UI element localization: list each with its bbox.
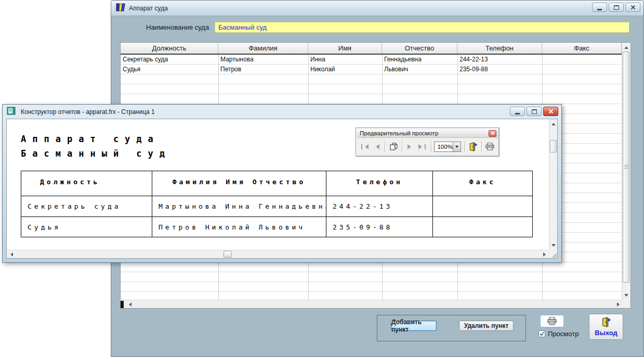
cell-fax[interactable] [542, 55, 622, 64]
preview-checkbox-row[interactable]: Просмотр [538, 330, 579, 338]
cell-firstname[interactable]: Николай [308, 65, 382, 74]
print-button[interactable] [540, 315, 564, 327]
cell-surname[interactable]: Мартынова [218, 55, 308, 64]
cell-position[interactable]: Судья [121, 65, 218, 74]
scroll-left-button[interactable] [127, 302, 133, 307]
check-icon [539, 331, 545, 337]
minimize-icon [515, 113, 520, 114]
report-window-controls [510, 107, 558, 116]
scroll-up-button[interactable] [622, 43, 630, 51]
report-preview-window: Конструктор отчетов - apparat.frx - Стра… [2, 104, 562, 263]
resize-grip[interactable] [549, 250, 557, 258]
report-icon [7, 107, 16, 117]
main-window-titlebar[interactable]: Аппарат суда [111, 1, 643, 16]
printer-icon [547, 317, 557, 326]
resize-grip-icon [551, 252, 557, 258]
minimize-icon [597, 9, 602, 10]
column-header-position: Должность [121, 43, 218, 54]
cell-fax[interactable] [542, 65, 622, 74]
exit-button-label: Выход [595, 329, 617, 337]
report-cell: Петров Николай Львович [152, 217, 326, 237]
report-horizontal-scrollbar[interactable] [7, 250, 549, 258]
toolbar-separator [402, 141, 402, 152]
staff-grid-header: Должность Фамилия Имя Отчество Телефон Ф… [121, 43, 622, 55]
table-row[interactable]: Секретарь суда Мартынова Инна Геннадьевн… [121, 55, 622, 65]
close-button[interactable] [543, 107, 558, 116]
go-to-page-button[interactable] [388, 141, 399, 152]
column-header-patronymic: Отчество [382, 43, 457, 54]
cell-phone[interactable]: 244-22-13 [457, 55, 542, 64]
scroll-right-button[interactable] [616, 302, 622, 307]
add-item-button[interactable]: Добавить пункт [391, 321, 437, 331]
report-cell: Секретарь суда [21, 196, 152, 216]
exit-door-icon [601, 317, 611, 327]
report-cell: Мартынова Инна Геннадьевна [152, 196, 326, 216]
arrow-down-icon [551, 244, 556, 249]
table-row[interactable]: Судья Петров Николай Львович 235-09-88 [121, 65, 622, 74]
maximize-button[interactable] [609, 3, 624, 12]
delete-item-button[interactable]: Удалить пункт [459, 321, 514, 331]
preview-toolbar-buttons: 100% [357, 138, 498, 155]
report-column-phone: Телефон [326, 171, 433, 196]
record-marker [121, 301, 124, 308]
report-table-row: Судья Петров Николай Львович 235-09-88 [21, 217, 532, 237]
restore-button[interactable] [527, 107, 542, 116]
scrollbar-thumb[interactable] [550, 140, 557, 152]
pages-icon [389, 143, 398, 151]
preview-close-button[interactable] [489, 130, 496, 137]
scroll-right-button[interactable] [541, 250, 549, 258]
exit-door-icon [468, 142, 478, 151]
scrollbar-thumb[interactable] [623, 52, 629, 283]
report-table: Должность Фамилия Имя Отчество Телефон Ф… [21, 171, 533, 237]
scrollbar-thumb[interactable] [224, 251, 232, 258]
report-window-titlebar[interactable]: Конструктор отчетов - apparat.frx - Стра… [4, 106, 560, 118]
print-report-button[interactable] [485, 141, 495, 152]
grid-vertical-scrollbar[interactable] [622, 43, 630, 300]
scroll-down-button[interactable] [549, 241, 557, 250]
first-page-button[interactable] [360, 141, 370, 152]
close-preview-button[interactable] [468, 141, 478, 152]
arrow-right-icon [408, 144, 414, 149]
report-table-row: Секретарь суда Мартынова Инна Геннадьевн… [21, 196, 532, 217]
preview-toolbar: Предварительный просмотр [356, 128, 500, 157]
column-header-surname: Фамилия [218, 43, 308, 54]
cell-position[interactable]: Секретарь суда [121, 55, 218, 64]
cell-surname[interactable]: Петров [218, 65, 308, 74]
preview-checkbox-label: Просмотр [548, 330, 579, 338]
preview-toolbar-title: Предварительный просмотр [360, 130, 489, 136]
last-page-button[interactable] [417, 141, 427, 152]
close-icon [548, 109, 554, 114]
close-icon [630, 5, 636, 10]
close-button[interactable] [625, 3, 640, 12]
cell-patronymic[interactable]: Львович [382, 65, 457, 74]
arrow-right-icon [617, 302, 622, 307]
zoom-dropdown-button[interactable] [453, 142, 461, 151]
previous-page-button[interactable] [371, 141, 382, 152]
main-window-controls [592, 3, 640, 12]
next-page-button[interactable] [405, 141, 416, 152]
report-cell [433, 196, 532, 216]
exit-button[interactable]: Выход [589, 314, 623, 340]
minimize-button[interactable] [510, 107, 525, 116]
arrow-left-icon [362, 144, 369, 149]
report-vertical-scrollbar[interactable] [549, 119, 557, 250]
toolbar-separator [481, 141, 482, 152]
screen: Аппарат суда Наименование суда Басманный… [0, 0, 644, 357]
cell-patronymic[interactable]: Геннадьевна [382, 55, 457, 64]
court-name-input[interactable]: Басманный суд [215, 22, 629, 33]
cell-firstname[interactable]: Инна [308, 55, 382, 64]
zoom-select[interactable]: 100% [434, 142, 461, 152]
minimize-button[interactable] [592, 3, 607, 12]
scroll-down-button[interactable] [622, 291, 630, 300]
preview-checkbox[interactable] [538, 330, 545, 337]
column-header-firstname: Имя [308, 43, 382, 54]
column-header-fax: Факс [542, 43, 622, 54]
scroll-up-button[interactable] [549, 119, 557, 128]
report-cell: Судья [21, 217, 152, 237]
grid-horizontal-scrollbar[interactable] [121, 300, 622, 308]
cell-phone[interactable]: 235-09-88 [457, 65, 542, 74]
scroll-left-button[interactable] [7, 250, 15, 258]
report-cell: 235-09-88 [326, 217, 433, 237]
preview-toolbar-titlebar[interactable]: Предварительный просмотр [357, 129, 498, 138]
close-icon [491, 131, 495, 135]
